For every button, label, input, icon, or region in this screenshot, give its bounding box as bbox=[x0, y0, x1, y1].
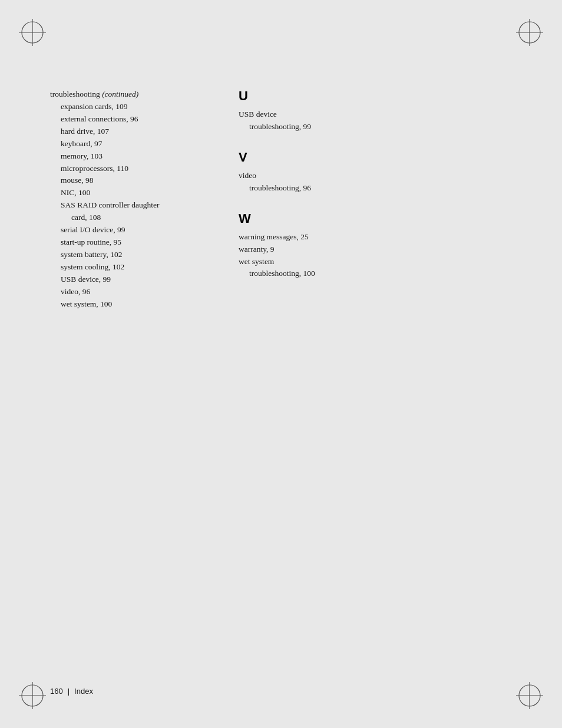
entry-wet-system-left: wet system, 100 bbox=[50, 298, 203, 311]
section-u: U USB device troubleshooting, 99 bbox=[239, 88, 512, 133]
page-number: 160 bbox=[50, 687, 63, 696]
right-column: U USB device troubleshooting, 99 V video… bbox=[239, 88, 512, 311]
left-column: troubleshooting (continued) expansion ca… bbox=[50, 88, 203, 311]
entry-usb-troubleshooting: troubleshooting, 99 bbox=[239, 121, 512, 133]
entry-microprocessors: microprocessors, 110 bbox=[50, 163, 203, 175]
entry-system-battery: system battery, 102 bbox=[50, 249, 203, 261]
entry-hard-drive: hard drive, 107 bbox=[50, 126, 203, 138]
troubleshooting-section: troubleshooting (continued) expansion ca… bbox=[50, 88, 203, 311]
two-column-layout: troubleshooting (continued) expansion ca… bbox=[50, 88, 512, 311]
entry-serial-io: serial I/O device, 99 bbox=[50, 224, 203, 236]
section-v: V video troubleshooting, 96 bbox=[239, 150, 512, 195]
entry-startup: start-up routine, 95 bbox=[50, 236, 203, 249]
entry-warning-messages: warning messages, 25 bbox=[239, 231, 512, 243]
content-area: troubleshooting (continued) expansion ca… bbox=[50, 88, 512, 651]
entry-external-connections: external connections, 96 bbox=[50, 113, 203, 126]
video-entries: video troubleshooting, 96 bbox=[239, 170, 512, 195]
troubleshooting-main: troubleshooting (continued) bbox=[50, 88, 203, 101]
corner-mark-bottom-left bbox=[18, 681, 47, 710]
section-w: W warning messages, 25 warranty, 9 wet s… bbox=[239, 211, 512, 281]
entry-wet-system: wet system bbox=[239, 256, 512, 268]
entry-warranty: warranty, 9 bbox=[239, 243, 512, 256]
entry-keyboard: keyboard, 97 bbox=[50, 138, 203, 150]
entry-mouse: mouse, 98 bbox=[50, 174, 203, 187]
entry-nic: NIC, 100 bbox=[50, 187, 203, 199]
entry-video-troubleshooting: troubleshooting, 96 bbox=[239, 182, 512, 195]
entry-memory: memory, 103 bbox=[50, 150, 203, 163]
corner-mark-bottom-right bbox=[515, 681, 544, 710]
w-entries: warning messages, 25 warranty, 9 wet sys… bbox=[239, 231, 512, 281]
entry-usb-device-left: USB device, 99 bbox=[50, 274, 203, 286]
entry-video: video bbox=[239, 170, 512, 182]
entry-video-left: video, 96 bbox=[50, 286, 203, 298]
entry-sas-raid-2: card, 108 bbox=[50, 212, 203, 224]
footer-section-label: Index bbox=[74, 687, 93, 696]
entry-sas-raid-1: SAS RAID controller daughter bbox=[50, 199, 203, 212]
heading-v: V bbox=[239, 150, 512, 165]
entry-expansion-cards: expansion cards, 109 bbox=[50, 101, 203, 113]
heading-w: W bbox=[239, 211, 512, 226]
heading-u: U bbox=[239, 88, 512, 104]
entry-usb-device: USB device bbox=[239, 108, 512, 121]
footer: 160 | Index bbox=[50, 687, 512, 696]
page: troubleshooting (continued) expansion ca… bbox=[0, 0, 562, 728]
entry-wet-system-troubleshooting: troubleshooting, 100 bbox=[239, 268, 512, 280]
corner-mark-top-right bbox=[515, 18, 544, 47]
corner-mark-top-left bbox=[18, 18, 47, 47]
entry-system-cooling: system cooling, 102 bbox=[50, 261, 203, 274]
usb-entries: USB device troubleshooting, 99 bbox=[239, 108, 512, 133]
footer-separator: | bbox=[68, 687, 70, 696]
